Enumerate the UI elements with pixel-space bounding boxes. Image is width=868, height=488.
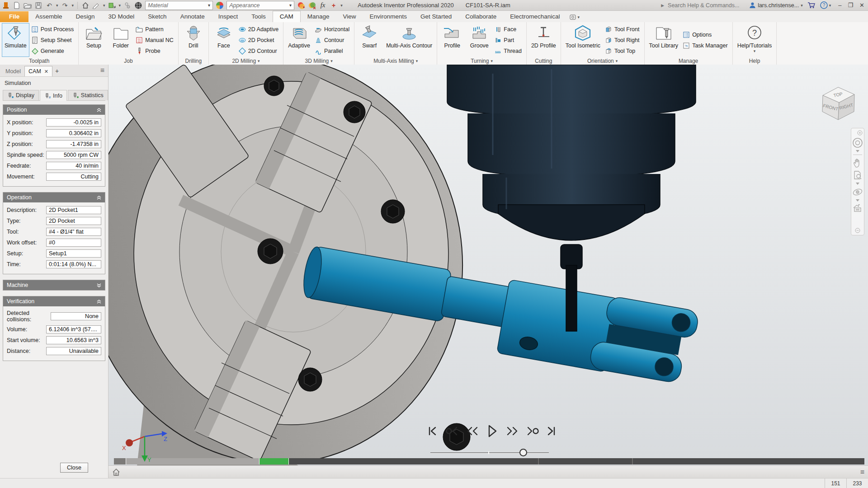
folder-button[interactable]: Folder [108,23,134,57]
options-button[interactable]: Options [682,29,731,40]
2d-pocket-button[interactable]: 2D Pocket [238,35,281,46]
adaptive-button[interactable]: Adaptive [285,23,313,57]
detected-collisions-value[interactable]: None [51,312,101,320]
parameters-fx-icon[interactable]: fx [319,1,327,9]
add-browser-tab-button[interactable]: + [52,66,61,76]
new-file-button[interactable] [13,1,21,9]
component-dropdown-icon[interactable]: ▾ [119,3,121,8]
next-operation-button[interactable] [524,424,539,438]
expand-chevron-icon[interactable] [97,283,101,287]
go-to-end-button[interactable] [544,424,559,438]
tab-file[interactable]: File [0,11,28,22]
slider-thumb[interactable] [519,449,527,456]
close-window-button[interactable]: ✕ [859,2,864,9]
material-sphere-icon[interactable] [134,1,142,9]
start-volume-value[interactable]: 10.6563 in^3 [46,336,101,344]
play-button[interactable] [485,424,499,438]
tab-electromechanical[interactable]: Electromechanical [503,11,566,22]
viewport-3d[interactable]: TOP FRONT RIGHT [108,65,868,478]
cart-icon[interactable] [807,2,816,9]
turn-part-button[interactable]: Part [493,35,524,46]
description-value[interactable]: 2D Pocket1 [46,206,101,214]
section-machine-header[interactable]: Machine [3,280,105,290]
tab-environments[interactable]: Environments [363,11,414,22]
help-button[interactable]: ? ▾ [820,1,831,9]
browser-menu-icon[interactable]: ≡ [100,66,104,75]
collapse-chevron-icon[interactable] [97,300,101,304]
group-3d-milling-caret-icon[interactable]: ▾ [330,59,333,63]
time-value[interactable]: 0:01:14 (8.0%) N... [46,260,101,268]
spindle-speed-value[interactable]: 5000 rpm CW [46,151,101,159]
qat-customize-icon[interactable]: ▾ [340,3,343,8]
browser-tab-model[interactable]: Model [2,66,24,76]
tab-manage[interactable]: Manage [301,11,336,22]
tab-info[interactable]: # Info [40,90,67,101]
navbar-caret-icon[interactable] [856,183,859,185]
group-orientation-caret-icon[interactable]: ▾ [616,59,618,63]
tab-design[interactable]: Design [69,11,102,22]
face-mill-button[interactable]: Face [211,23,237,57]
task-manager-button[interactable]: % Task Manager [682,40,731,51]
close-navbar-icon[interactable] [857,130,863,136]
tab-annotate[interactable]: Annotate [174,11,212,22]
swarf-button[interactable]: Swarf [356,23,382,57]
view-cube[interactable]: TOP FRONT RIGHT [817,84,858,122]
turn-face-button[interactable]: Face [493,24,524,35]
y-position-value[interactable]: 0.306402 in [46,129,101,137]
simulate-button[interactable]: Simulate [2,23,29,57]
probe-button[interactable]: Probe [135,46,176,56]
tool-value[interactable]: #4 - Ø1/4" flat [46,228,101,236]
2d-profile-cut-button[interactable]: 2D Profile [528,23,559,57]
home-view-button[interactable] [81,1,90,9]
tab-view[interactable]: View [336,11,363,22]
collapse-chevron-icon[interactable] [97,108,101,112]
zoom-icon[interactable] [852,170,863,181]
generate-button[interactable]: Generate [30,46,77,56]
movement-value[interactable]: Cutting [46,173,101,181]
collapse-navbar-icon[interactable] [855,228,860,233]
z-position-value[interactable]: -1.47358 in [46,140,101,148]
tab-collaborate[interactable]: Collaborate [458,11,503,22]
color-wheel-icon[interactable] [216,1,224,9]
setup-value[interactable]: Setup1 [46,249,101,258]
section-position-header[interactable]: Position [3,105,105,115]
sketch-button[interactable] [92,1,100,9]
tab-inspect[interactable]: Inspect [212,11,245,22]
post-process-button[interactable]: G1G2 Post Process [30,24,77,35]
tab-cam[interactable]: CAM [273,11,301,22]
minimize-button[interactable]: – [838,2,841,9]
restore-button[interactable]: ❐ [848,2,853,9]
manual-nc-button[interactable]: G1G2 Manual NC [135,35,176,46]
clear-appearance-icon[interactable] [308,1,316,9]
timeline-current-segment[interactable] [259,458,289,465]
save-button[interactable] [34,1,42,9]
operation-timeline[interactable] [114,458,864,465]
tab-sketch[interactable]: Sketch [141,11,173,22]
group-2d-milling-caret-icon[interactable]: ▾ [258,59,260,63]
steering-wheel-icon[interactable] [852,137,863,148]
orbit-icon[interactable] [852,187,863,197]
group-turning-caret-icon[interactable]: ▾ [491,59,493,63]
browser-tab-cam[interactable]: CAM ✕ [24,66,52,76]
tool-front-button[interactable]: Tool Front [604,24,642,35]
adjust-appearance-icon[interactable] [297,1,305,9]
horizontal-button[interactable]: Horizontal [314,24,352,35]
redo-button[interactable]: ↷ [61,1,69,9]
setup-sheet-button[interactable]: Setup Sheet [30,35,77,46]
previous-operation-button[interactable] [445,424,459,438]
drill-button[interactable]: Drill [180,23,207,57]
home-icon[interactable] [112,468,120,476]
close-cam-tab-icon[interactable]: ✕ [44,69,48,75]
step-forward-button[interactable] [505,424,519,438]
tab-display[interactable]: Display [3,90,39,100]
2d-adaptive-button[interactable]: 2D Adaptive [238,24,281,35]
tool-right-button[interactable]: Tool Right [604,35,642,46]
undo-dropdown-icon[interactable]: ▾ [56,3,58,8]
undo-button[interactable]: ↶ [45,1,53,9]
turn-profile-button[interactable]: Profile [439,23,465,57]
tab-get-started[interactable]: Get Started [414,11,458,22]
volume-value[interactable]: 6.12406 in^3 (57.... [46,325,101,333]
tool-top-button[interactable]: Tool Top [604,46,642,56]
setup-button[interactable]: Setup [80,23,107,57]
open-file-button[interactable] [24,1,32,9]
